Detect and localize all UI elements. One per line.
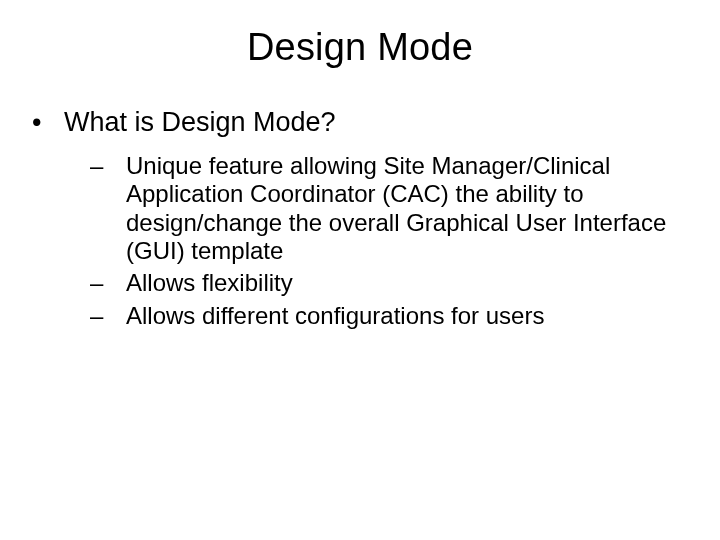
bullet-level2-text: Unique feature allowing Site Manager/Cli… xyxy=(126,152,666,264)
slide: Design Mode •What is Design Mode? –Uniqu… xyxy=(0,0,720,540)
bullet-level1: •What is Design Mode? xyxy=(36,107,684,138)
bullet-level1-text: What is Design Mode? xyxy=(64,107,336,137)
dash-icon: – xyxy=(108,152,126,180)
bullet-level2: –Allows flexibility xyxy=(36,269,684,297)
bullet-level2-text: Allows flexibility xyxy=(126,269,293,296)
bullet-level2: –Unique feature allowing Site Manager/Cl… xyxy=(36,152,684,265)
bullet-dot-icon: • xyxy=(48,107,64,138)
bullet-level2: –Allows different configurations for use… xyxy=(36,302,684,330)
dash-icon: – xyxy=(108,269,126,297)
slide-title: Design Mode xyxy=(36,26,684,69)
dash-icon: – xyxy=(108,302,126,330)
bullet-level2-text: Allows different configurations for user… xyxy=(126,302,544,329)
